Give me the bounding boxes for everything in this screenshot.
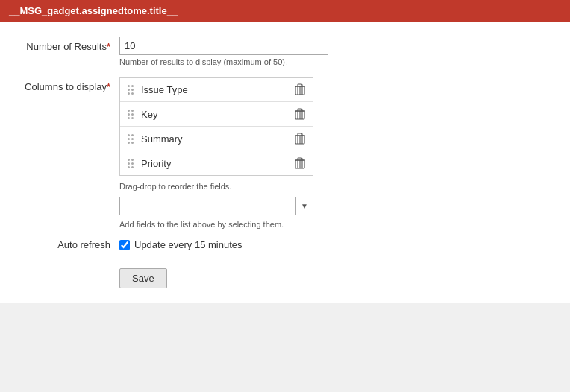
window: __MSG_gadget.assignedtome.title__ Number…	[0, 0, 570, 303]
chevron-down-icon: ▼	[301, 202, 308, 210]
auto-refresh-checkbox-text: Update every 15 minutes	[134, 239, 242, 250]
trash-icon	[295, 83, 305, 95]
number-of-results-control: Number of results to display (maximum of…	[119, 37, 328, 66]
number-of-results-hint: Number of results to display (maximum of…	[119, 57, 328, 66]
field-selector-row: ▼	[119, 197, 313, 215]
save-row: Save	[15, 268, 555, 288]
column-item-priority: Priority	[120, 151, 313, 175]
delete-key-button[interactable]	[293, 107, 307, 121]
column-item-issue-type: Issue Type	[120, 78, 313, 102]
columns-to-display-row: Columns to display* Issue	[15, 77, 555, 229]
column-item-summary: Summary	[120, 127, 313, 151]
column-name-summary: Summary	[141, 133, 293, 145]
columns-label: Columns to display*	[15, 77, 119, 92]
auto-refresh-label: Auto refresh	[15, 239, 119, 250]
drag-handle-issue-type[interactable]	[126, 83, 135, 96]
trash-icon	[295, 157, 305, 169]
column-name-key: Key	[141, 109, 293, 120]
drag-dots-icon	[128, 134, 134, 144]
drag-drop-hint: Drag-drop to reorder the fields.	[119, 182, 313, 191]
required-star: *	[107, 41, 110, 52]
auto-refresh-checkbox[interactable]	[119, 240, 130, 250]
delete-summary-button[interactable]	[293, 131, 307, 146]
trash-icon	[295, 133, 305, 145]
content-area: Number of Results* Number of results to …	[0, 22, 570, 303]
drag-dots-icon	[128, 85, 134, 95]
column-item-key: Key	[120, 102, 313, 127]
drag-dots-icon	[128, 110, 134, 119]
field-selector-dropdown[interactable]	[119, 197, 296, 215]
number-of-results-label: Number of Results*	[15, 37, 119, 52]
drag-handle-priority[interactable]	[126, 157, 135, 170]
trash-icon	[295, 108, 305, 120]
drag-handle-summary[interactable]	[126, 133, 135, 145]
number-of-results-row: Number of Results* Number of results to …	[15, 37, 555, 66]
auto-refresh-row: Auto refresh Update every 15 minutes	[15, 239, 555, 250]
auto-refresh-checkbox-label[interactable]: Update every 15 minutes	[119, 239, 242, 250]
required-star-2: *	[107, 81, 110, 92]
columns-area: Issue Type	[119, 77, 313, 229]
column-name-priority: Priority	[141, 158, 293, 169]
column-list: Issue Type	[119, 77, 313, 176]
title-bar: __MSG_gadget.assignedtome.title__	[0, 0, 570, 22]
number-of-results-input[interactable]	[119, 37, 328, 55]
delete-priority-button[interactable]	[293, 156, 307, 171]
dropdown-arrow-button[interactable]: ▼	[296, 197, 313, 215]
drag-dots-icon	[128, 159, 134, 168]
delete-issue-type-button[interactable]	[293, 82, 307, 97]
window-title: __MSG_gadget.assignedtome.title__	[9, 5, 178, 16]
drag-handle-key[interactable]	[126, 108, 135, 121]
add-fields-hint: Add fields to the list above by selectin…	[119, 220, 313, 229]
save-button[interactable]: Save	[119, 268, 167, 288]
column-name-issue-type: Issue Type	[141, 84, 293, 95]
